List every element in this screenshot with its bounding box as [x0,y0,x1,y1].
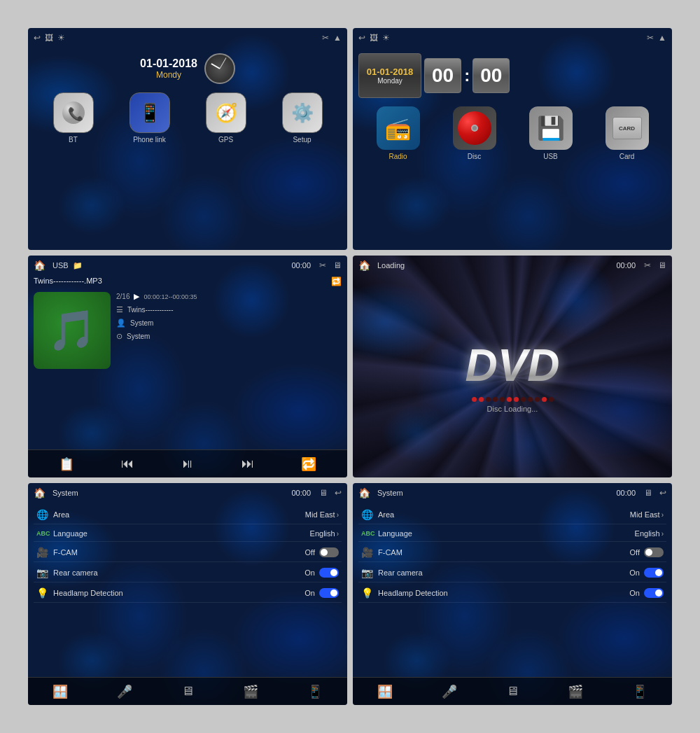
fcam-icon-6: 🎥 [361,547,378,558]
rearcam-toggle-5[interactable] [319,568,339,578]
loading-title: Loading [377,261,405,270]
minute-hand [219,57,226,69]
rearcam-knob-6 [655,569,662,576]
app-disc[interactable]: Disc [453,106,496,160]
metadata-artist: 👤 System [116,319,342,328]
analog-clock [204,53,235,84]
filename-bar: Twins------------.MP3 🔁 [28,275,347,288]
taskbar-home-5[interactable]: 🪟 [52,684,68,699]
back-icon-5[interactable]: ↩ [335,488,342,498]
card-label: Card [620,153,635,160]
prev-btn[interactable]: ⏮ [121,456,134,471]
fcam-toggle-5[interactable] [319,547,339,557]
eject-icon[interactable]: ▲ [333,33,342,43]
app-usb[interactable]: 💾 USB [529,106,573,160]
system-title-6: System [377,489,403,497]
rearcam-label-5: Rear camera [53,568,304,577]
flip-hour: 00 [424,58,461,93]
setting-fcam-5[interactable]: 🎥 F-CAM Off [34,543,342,562]
eject-icon-2[interactable]: ▲ [658,33,666,43]
app-bt[interactable]: 📞 BT [53,92,94,144]
taskbar-home-6[interactable]: 🪟 [377,684,393,699]
taskbar-phone-5[interactable]: 📱 [307,684,323,699]
dvd-center: DVD Disc Loading... [353,275,672,477]
app-gps[interactable]: 🧭 GPS [206,92,246,144]
fcam-toggle-6[interactable] [644,547,664,557]
play-pause-btn[interactable]: ⏯ [181,456,194,471]
app-card[interactable]: CARD Card [606,106,649,160]
app-setup[interactable]: ⚙️ Setup [282,92,323,144]
monitor-icon-6[interactable]: 🖥 [644,488,652,498]
setting-rearcam-6[interactable]: 📷 Rear camera On [358,564,666,582]
setting-headlamp-5[interactable]: 💡 Headlamp Detection On [34,584,342,603]
language-arrow-6: › [662,530,664,538]
flip-clock-section: 01-01-2018 Monday 00 : 00 [353,48,672,104]
fcam-knob-6 [645,549,652,556]
setting-headlamp-6[interactable]: 💡 Headlamp Detection On [358,584,666,603]
image-icon-2[interactable]: 🖼 [370,33,378,43]
app-grid: 📞 BT 📱 Phone link 🧭 GPS [28,90,347,148]
image-icon[interactable]: 🖼 [45,33,53,43]
play-indicator[interactable]: ▶ [134,292,139,301]
monitor-icon-3[interactable]: 🖥 [333,260,342,270]
settings-icon-3[interactable]: ✂ [319,260,326,270]
topbar2-right-icons: ✂ ▲ [647,33,666,43]
back-icon-6[interactable]: ↩ [659,488,666,498]
home-icon-5[interactable]: 🏠 [34,487,46,498]
taskbar-6: 🪟 🎤 🖥 🎬 📱 [353,677,672,705]
headlamp-label-5: Headlamp Detection [53,589,304,597]
taskbar-phone-6[interactable]: 📱 [632,684,648,699]
folder-icon[interactable]: 📁 [73,261,83,270]
home-icon-4[interactable]: 🏠 [358,260,370,271]
setting-rearcam-5[interactable]: 📷 Rear camera On [34,564,342,582]
headlamp-toggle-5[interactable] [319,588,339,598]
dvd-logo: DVD [465,340,559,391]
app-radio[interactable]: Radio [377,106,420,160]
settings-icon[interactable]: ✂ [322,33,329,43]
headlamp-toggle-6[interactable] [644,588,664,598]
taskbar-mic-5[interactable]: 🎤 [117,684,132,699]
settings-icon-4[interactable]: ✂ [644,260,651,270]
setting-fcam-6[interactable]: 🎥 F-CAM Off [358,543,666,562]
playlist-btn[interactable]: 📋 [59,456,74,472]
settings-icon-2[interactable]: ✂ [647,33,654,43]
dvd-time: 00:00 [616,261,636,270]
taskbar-media-6[interactable]: 🎬 [568,684,583,699]
back-icon-2[interactable]: ↩ [358,33,365,43]
setup-icon: ⚙️ [282,92,323,133]
monitor-icon-5[interactable]: 🖥 [319,488,328,498]
dot-10 [535,397,540,402]
disc-circle [458,111,491,145]
language-value-5: English [310,529,335,538]
next-btn[interactable]: ⏭ [241,456,254,471]
svg-text:📞: 📞 [68,106,84,122]
repeat-btn[interactable]: 🔁 [301,456,316,472]
metadata-title: ☰ Twins------------ [116,305,342,314]
home-icon-6[interactable]: 🏠 [358,487,370,498]
brightness-icon[interactable]: ☀ [57,33,65,43]
taskbar-screen-6[interactable]: 🖥 [506,684,519,699]
monitor-icon-4[interactable]: 🖥 [658,260,666,270]
brightness-icon-2[interactable]: ☀ [382,33,390,43]
taskbar-media-5[interactable]: 🎬 [243,684,258,699]
home-icon-3[interactable]: 🏠 [34,260,46,271]
taskbar-mic-6[interactable]: 🎤 [442,684,457,699]
music-content: 🎵 2/16 ▶ 00:00:12--00:00:35 ☰ Twins-----… [28,288,347,449]
topbar-2: ↩ 🖼 ☀ ✂ ▲ [353,28,672,48]
setting-language-6[interactable]: ABC Language English › [358,526,666,542]
screen-dvd: 🏠 Loading 00:00 ✂ 🖥 DVD Disc L [353,256,672,477]
screen-system1: 🏠 System 00:00 🖥 ↩ 🌐 Area Mid East › ABC… [28,483,347,705]
taskbar-screen-5[interactable]: 🖥 [181,684,194,699]
language-arrow-5: › [337,530,339,538]
track-info: 2/16 ▶ 00:00:12--00:00:35 ☰ Twins-------… [116,292,342,445]
topbar-left-icons: ↩ 🖼 ☀ [34,33,65,43]
taskbar-5: 🪟 🎤 🖥 🎬 📱 [28,677,347,705]
music-note-icon: 🎵 [48,307,97,354]
setting-area-6[interactable]: 🌐 Area Mid East › [358,505,666,524]
setting-area-5[interactable]: 🌐 Area Mid East › [34,505,342,524]
back-icon[interactable]: ↩ [34,33,41,43]
setting-language-5[interactable]: ABC Language English › [34,526,342,542]
app-phonelink[interactable]: 📱 Phone link [130,92,170,144]
rearcam-toggle-6[interactable] [644,568,664,578]
radio-label: Radio [388,153,407,160]
